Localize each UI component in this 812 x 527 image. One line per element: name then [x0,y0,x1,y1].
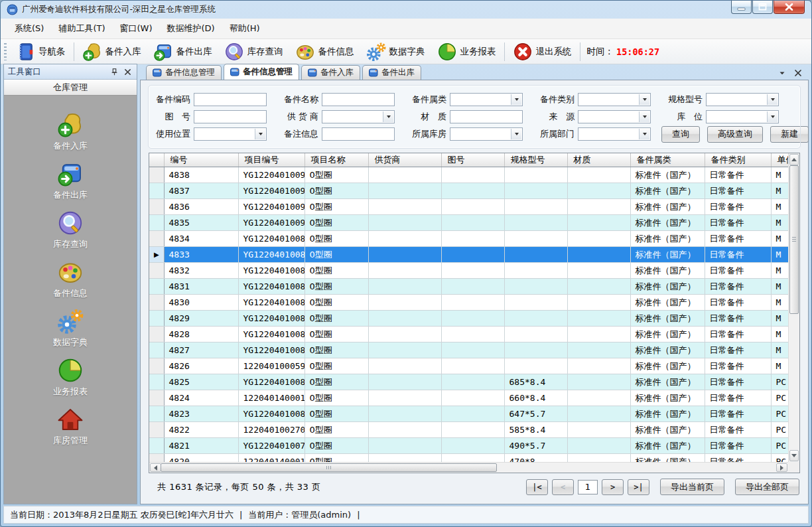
minimize-button[interactable] [731,1,752,14]
page-number-input[interactable]: 1 [578,480,598,494]
table-row[interactable]: 482212204010027000型圈585*8.4标准件（国产）日常备件PC [149,422,788,438]
new-button[interactable]: 新建 [770,126,809,143]
close-button[interactable] [774,1,805,14]
close-icon[interactable] [122,67,133,76]
last-page-button[interactable]: >| [628,479,649,495]
table-row[interactable]: ▶4833YG122040100880型圈标准件（国产）日常备件M [149,247,788,263]
toolbar-button-report[interactable]: 业务报表 [431,41,502,62]
search-input-r1c0[interactable] [194,110,267,123]
scroll-left-button[interactable] [150,463,161,472]
search-input-r2c1[interactable] [322,127,395,141]
horizontal-scrollbar[interactable] [149,462,788,473]
menu-item-3[interactable]: 数据维护(D) [160,19,222,38]
menu-item-4[interactable]: 帮助(H) [222,19,267,38]
export-all-pages-button[interactable]: 导出全部页 [735,479,799,495]
row-selector[interactable]: ▶ [149,247,164,263]
search-input-r0c1[interactable] [322,93,395,106]
toolbar-button-part-in[interactable]: 备件入库 [76,41,147,62]
column-header-4[interactable]: 图号 [441,153,504,167]
search-combo-r2c0[interactable] [194,127,267,141]
search-combo-r2c2[interactable] [450,127,523,141]
column-header-9[interactable]: 单位 [771,153,788,167]
pin-icon[interactable] [109,67,119,76]
combo-dropdown-button[interactable] [767,94,778,105]
search-combo-r0c4[interactable] [706,93,779,106]
row-selector[interactable] [149,390,164,406]
menu-item-1[interactable]: 辅助工具(T) [51,19,112,38]
first-page-button[interactable]: |< [526,479,548,495]
toolbar-grip-handle[interactable] [4,43,7,60]
column-header-7[interactable]: 备件属类 [630,153,705,167]
export-current-page-button[interactable]: 导出当前页 [660,479,724,495]
combo-dropdown-button[interactable] [383,112,393,122]
sidebar-item-stock-query[interactable]: 库存查询 [53,210,88,250]
row-selector[interactable] [149,199,164,215]
row-selector[interactable] [149,279,164,295]
sidebar-item-part-in[interactable]: 备件入库 [53,112,88,152]
maximize-button[interactable] [752,1,773,14]
row-selector[interactable] [149,231,164,247]
combo-dropdown-button[interactable] [511,94,521,105]
table-row[interactable]: 4835YG122040100900型圈标准件（国产）日常备件M [149,215,788,231]
combo-dropdown-button[interactable] [511,129,521,139]
sidebar-item-part-info[interactable]: 备件信息 [53,259,88,299]
column-header-3[interactable]: 供货商 [368,153,441,167]
search-combo-r1c4[interactable] [706,110,779,123]
table-row[interactable]: 482612204010005990型圈标准件（国产）日常备件M [149,358,788,374]
toolbar-button-nav-book[interactable]: 导航条 [9,41,72,62]
sidebar-item-report[interactable]: 业务报表 [53,357,88,398]
table-row[interactable]: 4828YG122040100830型圈标准件（国产）日常备件M [149,327,788,342]
table-row[interactable]: 4832YG122040100870型圈标准件（国产）日常备件M [149,263,788,279]
toolbar-button-stock-query[interactable]: 库存查询 [218,41,289,62]
table-row[interactable]: 4836YG122040100910型圈标准件（国产）日常备件M [149,199,788,215]
combo-dropdown-button[interactable] [639,112,649,122]
tab-3[interactable]: 备件出库 [362,65,421,80]
combo-dropdown-button[interactable] [767,112,778,122]
search-combo-r0c3[interactable] [578,93,651,106]
scroll-up-button[interactable] [789,154,799,165]
search-combo-r0c2[interactable] [450,93,523,106]
table-row[interactable]: 4838YG122040100930型圈标准件（国产）日常备件M [149,167,788,183]
row-selector[interactable] [149,263,164,279]
tab-0[interactable]: 备件信息管理 [146,65,222,80]
toolbar-button-exit[interactable]: 退出系统 [507,41,578,62]
table-row[interactable]: 4830YG122040100850型圈标准件（国产）日常备件M [149,295,788,311]
search-input-r0c0[interactable] [194,93,267,106]
row-selector[interactable] [149,358,164,374]
column-header-8[interactable]: 备件类别 [705,153,771,167]
row-selector[interactable] [149,406,164,422]
row-selector[interactable] [149,183,164,199]
row-selector[interactable] [149,422,164,438]
row-selector[interactable] [149,438,164,454]
vertical-scrollbar[interactable] [788,153,799,462]
column-header-1[interactable]: 项目编号 [238,153,304,167]
table-row[interactable]: 4837YG122040100920型圈标准件（国产）日常备件M [149,183,788,199]
tab-2[interactable]: 备件入库 [301,65,360,80]
table-row[interactable]: 4831YG122040100860型圈标准件（国产）日常备件M [149,279,788,295]
table-row[interactable]: 4821YG122040100790型圈490*5.7标准件（国产）日常备件PC [149,438,788,454]
column-header-6[interactable]: 材质 [567,153,630,167]
row-selector[interactable] [149,342,164,358]
close-tab-icon[interactable] [794,67,802,75]
row-selector[interactable] [149,327,164,342]
toolbar-button-part-out[interactable]: 备件出库 [147,41,218,62]
tab-1-active[interactable]: 备件信息管理 [224,64,299,80]
row-selector[interactable] [149,167,164,183]
next-page-button[interactable]: > [602,479,624,495]
search-combo-r2c3[interactable] [578,127,651,141]
row-selector[interactable] [149,374,164,390]
sidebar-group-header[interactable]: 仓库管理 [4,80,137,96]
sidebar-item-data-dict[interactable]: 数据字典 [53,308,88,348]
row-selector[interactable] [149,311,164,327]
table-row[interactable]: 4823YG122040100800型圈647*5.7标准件（国产）日常备件PC [149,406,788,422]
vertical-scroll-thumb[interactable] [789,165,799,314]
query-button[interactable]: 查询 [661,126,700,143]
toolbar-button-data-dict[interactable]: 数据字典 [360,41,431,62]
menu-item-2[interactable]: 窗口(W) [113,19,160,38]
scroll-down-button[interactable] [789,450,799,461]
combo-dropdown-button[interactable] [255,129,265,139]
row-selector[interactable] [149,215,164,231]
advanced-query-button[interactable]: 高级查询 [707,126,763,143]
table-row[interactable]: 4834YG122040100890型圈标准件（国产）日常备件M [149,231,788,247]
sidebar-item-part-out[interactable]: 备件出库 [53,161,88,201]
